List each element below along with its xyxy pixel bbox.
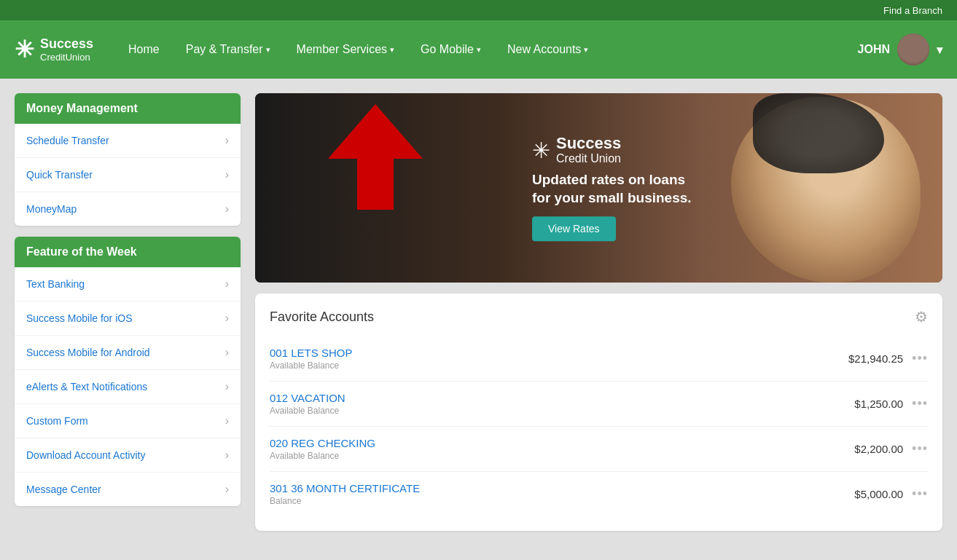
feature-week-section: Feature of the Week Text Banking › Succe… [15, 237, 241, 506]
brand-text-block: Success CreditUnion [40, 36, 93, 63]
chevron-right-icon: › [225, 449, 229, 462]
go-mobile-chevron-icon: ▾ [477, 45, 481, 55]
money-management-section: Money Management Schedule Transfer › Qui… [15, 93, 241, 226]
account-sub: Available Balance [270, 360, 352, 371]
account-balance: $21,940.25 [848, 352, 903, 365]
nav-home[interactable]: Home [115, 20, 173, 79]
favorite-accounts-header: Favorite Accounts ⚙ [270, 308, 928, 326]
sidebar-message-center[interactable]: Message Center › [15, 473, 241, 506]
view-rates-button[interactable]: View Rates [532, 216, 616, 241]
account-balance: $5,000.00 [854, 488, 903, 500]
chevron-right-icon: › [225, 414, 229, 427]
hero-logo-snowflake-icon: ✳ [532, 138, 550, 163]
account-right: $5,000.00 ••• [854, 486, 928, 502]
svg-marker-0 [328, 104, 423, 210]
favorite-accounts-title: Favorite Accounts [270, 309, 374, 325]
sidebar-success-mobile-ios[interactable]: Success Mobile for iOS › [15, 301, 241, 336]
sidebar: Money Management Schedule Transfer › Qui… [15, 93, 241, 531]
account-name[interactable]: 001 LETS SHOP [270, 347, 352, 359]
account-sub: Balance [270, 496, 420, 506]
user-name: JOHN [858, 43, 890, 56]
sidebar-quick-transfer[interactable]: Quick Transfer › [15, 158, 241, 192]
main-content: Money Management Schedule Transfer › Qui… [0, 79, 957, 545]
account-menu-dots[interactable]: ••• [912, 396, 928, 411]
user-menu[interactable]: JOHN ▾ [858, 33, 942, 66]
hero-banner: ✳ Success Credit Union Updated rates on … [255, 93, 942, 283]
sidebar-custom-form[interactable]: Custom Form › [15, 404, 241, 438]
account-row: 301 36 MONTH CERTIFICATE Balance $5,000.… [270, 472, 928, 516]
account-right: $21,940.25 ••• [848, 351, 928, 366]
favorite-accounts-section: Favorite Accounts ⚙ 001 LETS SHOP Availa… [255, 293, 942, 531]
pay-transfer-chevron-icon: ▾ [266, 45, 270, 55]
hero-logo: ✳ Success Credit Union [532, 135, 621, 165]
navbar: ✳ Success CreditUnion Home Pay & Transfe… [0, 20, 957, 79]
chevron-right-icon: › [225, 202, 229, 216]
find-branch-link[interactable]: Find a Branch [883, 5, 942, 16]
member-services-chevron-icon: ▾ [390, 45, 394, 55]
new-accounts-chevron-icon: ▾ [584, 45, 588, 55]
red-arrow [328, 104, 423, 213]
nav-go-mobile[interactable]: Go Mobile ▾ [407, 20, 494, 79]
right-content: ✳ Success Credit Union Updated rates on … [255, 93, 942, 531]
sidebar-success-mobile-android[interactable]: Success Mobile for Android › [15, 336, 241, 370]
sidebar-moneymap[interactable]: MoneyMap › [15, 192, 241, 226]
money-management-header: Money Management [15, 93, 241, 124]
top-bar: Find a Branch [0, 0, 957, 20]
account-name[interactable]: 301 36 MONTH CERTIFICATE [270, 482, 420, 494]
chevron-right-icon: › [225, 134, 229, 147]
account-name[interactable]: 020 REG CHECKING [270, 437, 375, 449]
brand-sub: CreditUnion [40, 52, 93, 63]
nav-pay-transfer[interactable]: Pay & Transfer ▾ [173, 20, 284, 79]
nav-member-services[interactable]: Member Services ▾ [284, 20, 407, 79]
nav-links: Home Pay & Transfer ▾ Member Services ▾ … [115, 20, 857, 79]
hero-logo-text: Success Credit Union [556, 135, 621, 165]
sidebar-ealerts[interactable]: eAlerts & Text Notifications › [15, 370, 241, 404]
account-balance: $1,250.00 [854, 398, 903, 410]
account-sub: Available Balance [270, 451, 375, 461]
account-info: 012 VACATION Available Balance [270, 392, 345, 416]
sidebar-schedule-transfer[interactable]: Schedule Transfer › [15, 124, 241, 158]
gear-icon[interactable]: ⚙ [915, 308, 928, 326]
account-row: 020 REG CHECKING Available Balance $2,20… [270, 427, 928, 472]
account-info: 001 LETS SHOP Available Balance [270, 347, 352, 371]
sidebar-download-account-activity[interactable]: Download Account Activity › [15, 438, 241, 473]
chevron-right-icon: › [225, 483, 229, 496]
avatar [897, 33, 929, 66]
account-menu-dots[interactable]: ••• [912, 486, 928, 502]
account-name[interactable]: 012 VACATION [270, 392, 345, 404]
chevron-right-icon: › [225, 380, 229, 393]
account-info: 301 36 MONTH CERTIFICATE Balance [270, 482, 420, 506]
hero-person-area [633, 93, 942, 283]
account-right: $2,200.00 ••• [854, 441, 928, 457]
account-menu-dots[interactable]: ••• [912, 441, 928, 457]
user-chevron-icon: ▾ [937, 43, 942, 57]
chevron-right-icon: › [225, 312, 229, 325]
chevron-right-icon: › [225, 277, 229, 291]
account-right: $1,250.00 ••• [854, 396, 928, 411]
brand-name: Success [40, 36, 93, 52]
account-row: 012 VACATION Available Balance $1,250.00… [270, 382, 928, 427]
feature-week-header: Feature of the Week [15, 237, 241, 267]
nav-new-accounts[interactable]: New Accounts ▾ [494, 20, 601, 79]
chevron-right-icon: › [225, 168, 229, 181]
logo[interactable]: ✳ Success CreditUnion [15, 36, 93, 63]
logo-snowflake-icon: ✳ [15, 36, 34, 63]
sidebar-text-banking[interactable]: Text Banking › [15, 267, 241, 301]
account-balance: $2,200.00 [854, 443, 903, 455]
account-row: 001 LETS SHOP Available Balance $21,940.… [270, 336, 928, 382]
account-info: 020 REG CHECKING Available Balance [270, 437, 375, 461]
chevron-right-icon: › [225, 346, 229, 359]
account-menu-dots[interactable]: ••• [912, 351, 928, 366]
account-sub: Available Balance [270, 406, 345, 416]
